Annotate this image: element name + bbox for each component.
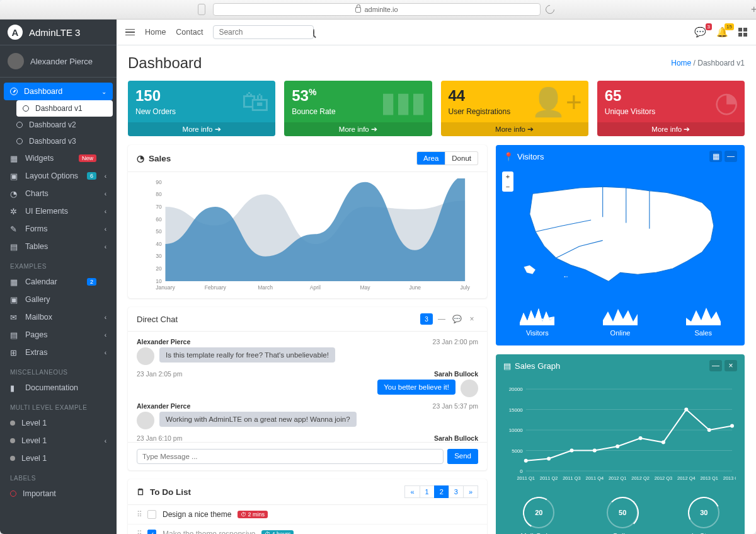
sidebar-item-mailbox[interactable]: ✉Mailbox‹ — [4, 308, 113, 326]
bag-icon: 🛍 — [241, 86, 269, 117]
envelope-icon: ✉ — [10, 313, 19, 322]
sidebar-item-level1[interactable]: Level 1‹ — [4, 432, 113, 450]
sidebar-item-level1[interactable]: Level 1 — [4, 450, 113, 467]
sidebar-item-tables[interactable]: ▤Tables‹ — [4, 238, 113, 255]
sidebar-label: Charts — [25, 189, 49, 198]
checkbox-checked[interactable]: ✓ — [147, 530, 156, 534]
apps-icon[interactable] — [738, 28, 747, 37]
sidebar-item-dashboard-v3[interactable]: Dashboard v3 — [10, 133, 113, 149]
calendar-icon[interactable]: ▦ — [709, 151, 722, 162]
sidebar-item-important[interactable]: Important — [4, 485, 113, 502]
map-zoom-controls[interactable]: +− — [502, 171, 513, 192]
tab-area[interactable]: Area — [416, 151, 445, 165]
sidebar-item-dashboard[interactable]: Dashboard ⌄ — [4, 83, 113, 100]
nav-contact-link[interactable]: Contact — [176, 28, 203, 37]
svg-text:May: May — [360, 284, 371, 291]
sidebar-label: Tables — [25, 242, 48, 251]
chevron-left-icon: ‹ — [105, 314, 106, 321]
page-2[interactable]: 2 — [434, 485, 449, 498]
us-map[interactable] — [503, 170, 737, 293]
svg-text:2013 Q1: 2013 Q1 — [700, 475, 718, 481]
sidebar-item-gallery[interactable]: ▣Gallery — [4, 291, 113, 308]
sidebar-item-docs[interactable]: ▮Documentation — [4, 379, 113, 397]
card-title: Visitors — [517, 152, 544, 161]
sidebar-item-dashboard-v1[interactable]: Dashboard v1 — [16, 100, 113, 117]
search-input[interactable] — [213, 25, 314, 39]
url-text: adminlte.io — [364, 6, 398, 13]
minus-icon[interactable]: — — [724, 151, 737, 162]
brand[interactable]: A AdminLTE 3 — [0, 20, 117, 45]
page-3[interactable]: 3 — [449, 485, 464, 498]
tab-donut[interactable]: Donut — [445, 151, 478, 165]
badge: 6 — [87, 172, 96, 180]
avatar — [137, 347, 154, 365]
table-icon: ▤ — [10, 242, 19, 251]
th-icon: ▦ — [10, 154, 19, 163]
sidebar-item-dashboard-v2[interactable]: Dashboard v2 — [10, 117, 113, 133]
menu-toggle-icon[interactable] — [125, 29, 135, 36]
sidebar-label: Pages — [25, 330, 47, 339]
sidebar-item-level1[interactable]: Level 1 — [4, 414, 113, 432]
stat-users: 44User Registrations 👤+ More info ➔ — [441, 81, 588, 136]
messages-icon[interactable]: 💬3 — [694, 26, 706, 38]
svg-text:10000: 10000 — [509, 427, 524, 433]
user-name: Alexander Pierce — [30, 57, 93, 66]
search-icon[interactable] — [313, 29, 314, 36]
sidebar-item-pages[interactable]: ▤Pages‹ — [4, 326, 113, 344]
card-title: To Do List — [150, 487, 191, 497]
chat-time: 23 Jan 5:37 pm — [433, 402, 478, 410]
avatar — [137, 412, 154, 429]
comments-icon[interactable]: 💬 — [450, 313, 463, 325]
chat-time: 23 Jan 6:10 pm — [137, 434, 182, 442]
sidebar-item-layout[interactable]: ▣Layout Options6‹ — [4, 167, 113, 185]
sidebar-item-ui[interactable]: ✲UI Elements‹ — [4, 202, 113, 220]
more-info-link[interactable]: More info ➔ — [441, 122, 588, 136]
sidebar-label: Dashboard v1 — [35, 104, 83, 113]
close-icon[interactable]: × — [466, 313, 478, 325]
notifications-icon[interactable]: 🔔15 — [716, 26, 728, 38]
page-next[interactable]: » — [463, 485, 478, 498]
address-bar[interactable]: adminlte.io — [213, 3, 541, 16]
drag-handle-icon[interactable]: ⠿ — [137, 510, 141, 519]
sidebar-item-extras[interactable]: ⊞Extras‹ — [4, 344, 113, 361]
checkbox[interactable] — [147, 510, 156, 519]
person-add-icon: 👤+ — [531, 86, 582, 119]
sidebar-item-widgets[interactable]: ▦WidgetsNew — [4, 149, 113, 167]
send-button[interactable]: Send — [447, 449, 478, 464]
copy-icon: ▣ — [10, 171, 19, 180]
reader-icon[interactable] — [198, 4, 205, 15]
close-icon[interactable]: × — [724, 360, 737, 371]
bars-icon: ▮▮▮ — [381, 86, 426, 118]
stat-visitors: 65Unique Visitors ◔ More info ➔ — [597, 81, 745, 136]
lock-icon — [355, 7, 361, 13]
add-tab-icon[interactable]: + — [751, 4, 756, 15]
nav-home-link[interactable]: Home — [145, 28, 166, 37]
reload-icon[interactable] — [544, 3, 556, 16]
chat-message: You better believe it! — [377, 380, 455, 395]
sidebar-item-calendar[interactable]: ▦Calendar2 — [4, 273, 113, 291]
breadcrumb-home[interactable]: Home — [671, 59, 691, 67]
sidebar-item-charts[interactable]: ◔Charts‹ — [4, 185, 113, 202]
sidebar-label: Layout Options — [25, 171, 78, 180]
chat-message: Working with AdminLTE on a great new app… — [159, 412, 357, 427]
circle-icon — [16, 122, 23, 128]
chat-message: Is this template really for free? That's… — [159, 347, 335, 363]
sidebar-item-forms[interactable]: ✎Forms‹ — [4, 220, 113, 238]
more-info-link[interactable]: More info ➔ — [128, 122, 275, 136]
search-field[interactable] — [219, 28, 313, 37]
sidebar-label: Dashboard — [24, 87, 62, 96]
minus-icon[interactable]: — — [435, 313, 448, 325]
page-prev[interactable]: « — [404, 485, 420, 498]
sidebar-label: Gallery — [25, 295, 50, 304]
user-panel[interactable]: Alexander Pierce — [0, 45, 117, 78]
minus-icon[interactable]: — — [709, 360, 722, 371]
chat-card: Direct Chat 3 — 💬 × Alexande — [128, 307, 487, 470]
chat-input[interactable] — [137, 449, 444, 464]
pie-icon: ◔ — [137, 153, 144, 163]
page-1[interactable]: 1 — [420, 485, 435, 498]
more-info-link[interactable]: More info ➔ — [597, 122, 745, 136]
nav-header: EXAMPLES — [4, 255, 113, 273]
drag-handle-icon[interactable]: ⠿ — [137, 530, 141, 534]
chat-time: 23 Jan 2:05 pm — [137, 370, 182, 378]
more-info-link[interactable]: More info ➔ — [284, 122, 432, 136]
